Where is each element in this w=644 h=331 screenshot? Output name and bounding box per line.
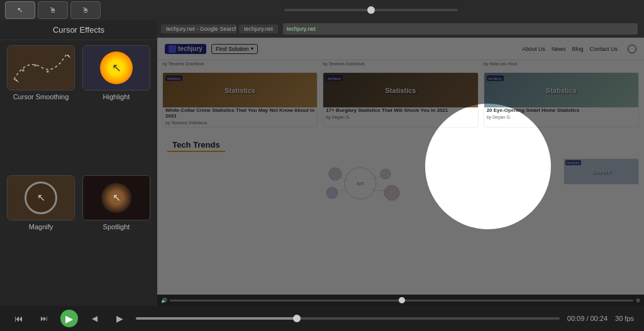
article-meta-0: by Teodora Dobrilova — [162, 62, 318, 66]
tj-logo-text: techjury — [178, 45, 203, 52]
next-frame-btn[interactable]: ◀ — [86, 310, 103, 327]
forward-btn[interactable]: ▶ — [111, 310, 128, 327]
tj-nav-links: About Us News Blog Contact Us — [522, 46, 618, 52]
article-grid: techjury Statistics White-Collar Crime S… — [157, 67, 644, 133]
article-img-2: techjury Statistics — [484, 73, 638, 107]
magnify-label: Magnify — [29, 223, 53, 231]
svg-point-9 — [326, 187, 338, 198]
svg-point-3 — [34, 64, 36, 67]
browser-tab-1[interactable]: techjury.net - Google Search — [161, 24, 236, 33]
play-btn[interactable]: ▶ — [60, 310, 78, 327]
guides-section: IoT techjury — [157, 156, 644, 211]
article-title-0: White-Collar Crime Statistics That You M… — [163, 107, 317, 121]
mouse-btn[interactable]: 🖱 — [38, 1, 68, 19]
spotlight-thumb: ↖ — [82, 175, 150, 220]
svg-marker-0 — [14, 79, 19, 82]
main-area: Cursor Effects — [0, 20, 644, 306]
article-brand-1: techjury — [326, 75, 343, 81]
nav-blog[interactable]: Blog — [572, 46, 583, 52]
article-brand-2: techjury — [487, 75, 504, 81]
tech-trends-header: Tech Trends — [167, 136, 225, 152]
svg-point-8 — [384, 185, 399, 200]
svg-text:IoT: IoT — [357, 181, 364, 187]
article-img-0: techjury Statistics — [163, 73, 317, 107]
cursor-tool-btn[interactable]: ↖ — [5, 1, 35, 19]
article-author-0: by Teodora Dobrilova — [163, 121, 317, 127]
article-card-0[interactable]: techjury Statistics White-Collar Crime S… — [162, 72, 318, 128]
url-text: techjury.net — [287, 26, 316, 32]
tl-right-icon: ⚙ — [635, 298, 641, 303]
time-display: 00:09 / 00:24 — [567, 315, 608, 322]
progress-thumb[interactable] — [293, 315, 301, 322]
bottom-controls: ⏮ ⏭ ▶ ◀ ▶ 00:09 / 00:24 30 fps — [0, 306, 644, 331]
effect-spotlight[interactable]: ↖ Spotlight — [80, 175, 152, 301]
panel-title: Cursor Effects — [0, 20, 157, 40]
time-current: 00:09 — [567, 315, 585, 322]
tech-icons-cluster: IoT — [297, 161, 423, 205]
svg-point-2 — [22, 69, 25, 72]
tl-vol-icon: 🔊 — [160, 298, 169, 303]
guide-img-title-0: Guides — [592, 168, 611, 175]
timeline-top-track[interactable] — [284, 9, 458, 11]
svg-point-7 — [380, 169, 391, 179]
fps-display: 30 fps — [615, 315, 634, 322]
search-icon[interactable] — [628, 45, 636, 53]
browser-tab-2[interactable]: techjury.net — [239, 24, 278, 33]
screen-preview: techjury.net - Google Search techjury.ne… — [157, 20, 644, 306]
highlight-label: Highlight — [103, 93, 130, 100]
browser-tab-2-label: techjury.net — [244, 26, 273, 32]
preview-tl-track[interactable] — [170, 300, 633, 301]
article-brand-0: techjury — [165, 75, 182, 81]
browser-url-bar[interactable]: techjury.net — [283, 23, 638, 35]
mouse-click-icon: 🖱 — [82, 6, 89, 14]
guide-brand-0: techjury — [565, 160, 581, 165]
guide-card-0[interactable]: techjury Guides — [564, 158, 639, 185]
mouse-click-btn[interactable]: 🖱 — [70, 1, 101, 19]
effect-highlight[interactable]: ↖ Highlight — [80, 45, 152, 171]
progress-bar[interactable] — [136, 317, 560, 320]
highlight-circle: ↖ — [100, 52, 133, 84]
nav-contact[interactable]: Contact Us — [589, 46, 618, 52]
nav-about[interactable]: About Us — [522, 46, 545, 52]
spotlight-cursor-icon: ↖ — [113, 192, 121, 203]
top-bar: ↖ 🖱 🖱 — [0, 0, 644, 20]
guide-img-0: techjury Guides — [564, 159, 638, 184]
cursor-smoothing-label: Cursor Smoothing — [13, 93, 69, 100]
nav-news[interactable]: News — [552, 46, 566, 52]
time-total: 00:24 — [591, 315, 608, 322]
article-img-title-2: Statistics — [546, 87, 577, 94]
article-img-1: techjury Statistics — [323, 73, 477, 107]
article-meta-2: by Nola van Hout — [484, 62, 639, 66]
article-img-title-1: Statistics — [386, 87, 416, 94]
tj-nav: techjury Find Solution ▾ About Us News B… — [157, 38, 644, 60]
svg-point-4 — [47, 70, 49, 73]
effect-magnify[interactable]: ↖ Magnify — [5, 175, 77, 301]
tj-find-solution-btn[interactable]: Find Solution ▾ — [211, 44, 258, 54]
tj-logo: techjury — [165, 44, 206, 54]
rewind-btn[interactable]: ⏮ — [10, 310, 28, 327]
effects-grid: Cursor Smoothing ↖ Highlight — [0, 40, 157, 306]
webpage-sim: techjury.net - Google Search techjury.ne… — [157, 20, 644, 306]
tj-logo-icon — [169, 45, 176, 53]
preview-timeline-bar: 🔊 ⚙ — [157, 295, 644, 306]
magnify-ring: ↖ — [25, 182, 57, 214]
preview-tl-thumb[interactable] — [399, 297, 405, 303]
article-img-title-0: Statistics — [225, 87, 255, 94]
webpage-body: techjury Find Solution ▾ About Us News B… — [157, 38, 644, 295]
cursor-smoothing-thumb — [7, 45, 75, 90]
tj-find-btn-label: Find Solution — [216, 46, 249, 52]
magnify-cursor-icon: ↖ — [37, 192, 45, 203]
prev-frame-btn[interactable]: ⏭ — [35, 310, 53, 327]
spotlight-label: Spotlight — [103, 223, 130, 231]
spotlight-glow: ↖ — [101, 183, 131, 213]
effect-cursor-smoothing[interactable]: Cursor Smoothing — [5, 45, 77, 171]
article-meta-1: by Teodora Dobrilova — [323, 62, 478, 66]
timeline-top-thumb[interactable] — [367, 6, 375, 14]
spotlight-effect-overlay — [425, 104, 551, 229]
svg-marker-1 — [66, 55, 71, 58]
highlight-cursor-icon: ↖ — [112, 61, 121, 75]
browser-tab-1-label: techjury.net - Google Search — [166, 26, 236, 32]
browser-chrome: techjury.net - Google Search techjury.ne… — [157, 20, 644, 38]
chevron-down-icon: ▾ — [251, 46, 253, 52]
progress-fill — [136, 317, 297, 320]
